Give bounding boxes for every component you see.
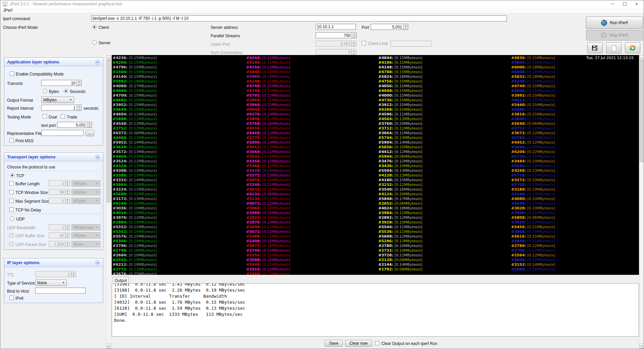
iperf-command-label: Iperf command:: [3, 16, 31, 21]
stream-entry: #6000: [0.18MBytes/s]: [511, 65, 622, 70]
restore-defaults-button[interactable]: [606, 42, 622, 53]
iperf-command-input[interactable]: bin/iperf.exe -c 10.10.1.1 -P 750 -i 1 -…: [91, 15, 507, 21]
udp-buffer-checkbox: [9, 233, 14, 238]
clear-now-button[interactable]: Clear now: [345, 340, 372, 347]
stream-entry: #3136: [0.12MBytes/s]: [246, 197, 357, 201]
stream-entry: #1688: [0.08MBytes/s]: [511, 267, 622, 272]
java-app-icon: [2, 1, 8, 7]
transmit-spinner[interactable]: 10▲▼: [41, 80, 82, 86]
stream-entry: #3620: [0.13MBytes/s]: [113, 145, 223, 150]
stream-entry: #5944: [0.06MBytes/s]: [378, 154, 489, 159]
report-interval-spinner[interactable]: 1▲▼: [41, 105, 82, 111]
right-scrollbar[interactable]: ▲ ▼: [639, 55, 644, 349]
server-radio[interactable]: [92, 40, 97, 45]
save-output-button[interactable]: Save: [325, 340, 343, 347]
ttl-spinner: 1▲▼: [35, 271, 76, 277]
stream-entry: #2916: [0.15MBytes/s]: [246, 267, 357, 272]
tcp-window-label: TCP Window Size: [15, 190, 48, 195]
collapse-icon[interactable]: [95, 260, 100, 265]
stream-entry: #4740: [0.15MBytes/s]: [511, 84, 622, 89]
sidebar-scrollbar[interactable]: ▲ ▼: [106, 55, 111, 349]
parallel-streams-spinner[interactable]: 750▲▼: [316, 32, 357, 38]
collapse-icon[interactable]: [95, 59, 100, 65]
menu-bar: JPerf: [0, 8, 644, 13]
max-segment-checkbox[interactable]: [9, 199, 14, 203]
server-address-input[interactable]: 10.10.1.1: [316, 24, 356, 30]
stream-entry: #4000: [0.15MBytes/s]: [378, 93, 489, 98]
refresh-button[interactable]: [625, 42, 640, 53]
stream-entry: #4468: [0.12MBytes/s]: [246, 131, 357, 136]
console-output: [3196] 0.0-11.8 sec 1.41 MBytes 0.12 MBy…: [114, 283, 639, 323]
ipv6-checkbox[interactable]: [9, 296, 14, 300]
representative-file-input[interactable]: [41, 130, 84, 136]
stop-icon: [601, 32, 607, 38]
bind-to-host-input[interactable]: [35, 288, 86, 294]
udp-packet-checkbox: [9, 242, 14, 246]
tcp-no-delay-checkbox[interactable]: [9, 207, 14, 212]
stream-entry: #4124: [0.20MBytes/s]: [378, 192, 489, 197]
stream-entry: #5656: [0.15MBytes/s]: [378, 145, 489, 150]
tcp-radio[interactable]: [10, 173, 14, 178]
stream-entry: #5456: [0.11MBytes/s]: [511, 225, 622, 230]
transport-layer-panel: Transport layer options Choose the proto…: [4, 152, 103, 250]
buffer-length-checkbox[interactable]: [9, 181, 14, 186]
stream-entry: #5544: [0.11MBytes/s]: [378, 225, 489, 230]
stream-entry: #4072: [0.12MBytes/s]: [246, 201, 357, 206]
browse-button[interactable]: ...: [86, 130, 94, 136]
stream-entry: #3180: [0.13MBytes/s]: [511, 192, 622, 197]
stream-entry: #3572: [0.13MBytes/s]: [113, 150, 223, 154]
stream-entry: #6276: [0.24MBytes/s]: [246, 112, 357, 117]
output-pane: [3196] 0.0-11.8 sec 1.41 MBytes 0.12 MBy…: [112, 283, 639, 337]
save-config-button[interactable]: [587, 42, 603, 53]
stream-entry: #5896: [0.14MBytes/s]: [246, 140, 357, 145]
client-radio[interactable]: [92, 25, 97, 29]
stream-entry: #5608: [0.12MBytes/s]: [378, 234, 489, 239]
stream-entry: #4356: [0.15MBytes/s]: [246, 159, 357, 164]
stream-entry: #5808: [0.06MBytes/s]: [511, 215, 622, 220]
stream-entry: #2568: [0.12MBytes/s]: [246, 272, 357, 275]
stream-entry: #4804: [0.15MBytes/s]: [511, 60, 622, 65]
stream-entry: #2676: [0.25MBytes/s]: [113, 272, 223, 275]
listen-port-spinner: 5,001▲▼: [316, 41, 357, 47]
stream-entry: #3752: [0.12MBytes/s]: [113, 126, 223, 131]
stream-entry: #4236: [0.15MBytes/s]: [113, 56, 223, 60]
floppy-save-icon: [592, 45, 598, 51]
print-mss-checkbox[interactable]: [9, 138, 14, 143]
stream-entry: #4204: [0.15MBytes/s]: [113, 60, 223, 65]
minimize-button[interactable]: [607, 0, 618, 7]
application-layer-title: Application layer options: [7, 59, 59, 64]
stream-entry: #4088: [0.27MBytes/s]: [113, 84, 223, 89]
clear-output-checkbox[interactable]: [375, 341, 379, 345]
type-of-service-select[interactable]: None▼: [35, 280, 67, 286]
stream-entry: #5408: [0.15MBytes/s]: [246, 239, 357, 244]
stream-entry: #5864: [0.10MBytes/s]: [113, 183, 223, 187]
bytes-radio[interactable]: [43, 89, 47, 93]
maximize-button[interactable]: [619, 0, 630, 7]
collapse-icon[interactable]: [95, 154, 100, 160]
close-button[interactable]: ✕: [631, 0, 642, 7]
dual-checkbox[interactable]: [43, 114, 47, 118]
stream-entry: #4736: [0.15MBytes/s]: [378, 98, 489, 103]
stream-entry: #2884: [0.10MBytes/s]: [113, 220, 223, 225]
output-format-select[interactable]: MBytes▼: [41, 97, 74, 103]
enable-compat-checkbox[interactable]: [10, 71, 14, 76]
buffer-length-label: Buffer Length: [15, 182, 40, 186]
tcp-window-checkbox[interactable]: [9, 190, 14, 194]
client-limit-checkbox[interactable]: [362, 41, 366, 45]
output-tab[interactable]: Output: [113, 277, 129, 284]
menu-jperf[interactable]: JPerf: [3, 8, 12, 13]
seconds-radio[interactable]: [64, 89, 68, 93]
run-iperf-button[interactable]: Run IPerf!: [586, 16, 643, 29]
testing-mode-label: Testing Mode: [7, 115, 31, 119]
udp-radio[interactable]: [10, 216, 14, 221]
test-port-spinner[interactable]: 5,001▲▼: [57, 122, 92, 128]
server-radio-label: Server: [99, 41, 110, 45]
stream-entry: #4460: [0.12MBytes/s]: [113, 136, 223, 140]
udp-packet-unit-select: Bytes▼: [71, 241, 100, 247]
port-spinner[interactable]: 5,001▲▼: [371, 24, 408, 30]
ip-layer-header: IP layer options: [4, 258, 103, 267]
server-address-label: Server address: [211, 25, 238, 30]
trade-checkbox[interactable]: [61, 114, 65, 118]
port-label: Port: [362, 25, 369, 30]
stream-entry: #2892: [0.12MBytes/s]: [378, 215, 489, 220]
